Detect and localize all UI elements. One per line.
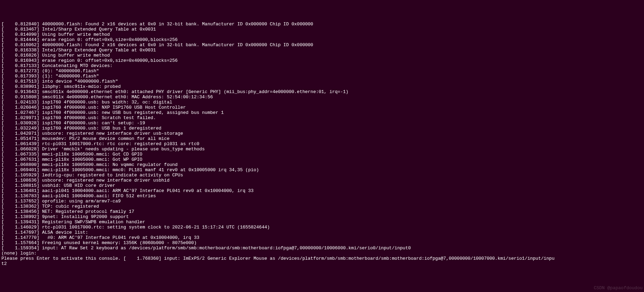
log-line: [ 1.139431] Registering SWP/SWPB emulati…: [1, 219, 643, 225]
log-line: [ 0.812840] 40000000.flash: Found 2 x16 …: [1, 22, 643, 27]
log-line: [ 1.067631] mmci-pl18x 10005000.mmci: Go…: [1, 157, 643, 162]
log-line: [ 1.136783] aaci-pl041 10004000.aaci: FI…: [1, 193, 643, 199]
log-line: [ 1.042071] usbcore: registered new inte…: [1, 131, 643, 136]
log-line: [ 1.105929] ledtrig-cpu: registered to i…: [1, 173, 643, 178]
log-line: [ 1.027467] isp1760 4f000000.usb: new US…: [1, 110, 643, 115]
log-line: [ 1.108815] usbhid: USB HID core driver: [1, 183, 643, 188]
log-line: [ 1.069401] mmci-pl18x 10005000.mmci: mm…: [1, 167, 643, 173]
log-line: [ 1.066028] Driver 'mmcblk' needs updati…: [1, 147, 643, 152]
log-line: [ 1.061439] rtc-pl031 10017000.rtc: rtc …: [1, 141, 643, 147]
log-line: [ 1.108636] usbcore: registered new inte…: [1, 178, 643, 183]
log-line: [ 1.029971] isp1760 4f000000.usb: Scratc…: [1, 115, 643, 120]
log-line: [ 1.137652] oprofile: using arm/armv7-ca…: [1, 199, 643, 204]
log-line: [ 0.816943] erase region 0: offset=0x0,s…: [1, 58, 643, 63]
log-line: [ 0.816062] 40000000.flash: Found 2 x16 …: [1, 42, 643, 48]
log-line: [ 1.026046] isp1760 4f000000.usb: NXP IS…: [1, 105, 643, 110]
log-line: [ 1.032249] isp1760 4f000000.usb: USB bu…: [1, 126, 643, 131]
log-line: Please press Enter to activate this cons…: [1, 256, 643, 261]
log-line: [ 0.838901] libphy: smsc911x-mdio: probe…: [1, 84, 643, 89]
log-line: [ 1.030928] isp1760 4f000000.usb: can't …: [1, 120, 643, 126]
log-line: [ 1.051471] mousedev: PS/2 mouse device …: [1, 136, 643, 141]
log-line: [ 1.147697] ALSA device list:: [1, 230, 643, 235]
log-line: [ 1.157664] Freeing unused kernel memory…: [1, 240, 643, 245]
log-line: [ 0.913643] smsc911x 4e000000.ethernet e…: [1, 89, 643, 94]
log-line: [ 1.147770] #0: ARM AC'97 Interface PL04…: [1, 235, 643, 240]
watermark-text: CSDN @papaofdoudou: [594, 285, 643, 291]
log-line: t2: [1, 261, 643, 266]
log-line: [ 0.817393] (1): "40000000.flash": [1, 74, 643, 79]
log-line: [ 1.024133] isp1760 4f000000.usb: bus wi…: [1, 100, 643, 105]
log-line: [ 1.136481] aaci-pl041 10004000.aaci: AR…: [1, 188, 643, 193]
log-line: [ 0.915808] smsc911x 4e000000.ethernet e…: [1, 94, 643, 100]
log-line: [ 0.814444] erase region 0: offset=0x0,s…: [1, 37, 643, 42]
log-line: [ 1.138362] TCP: cubic registered: [1, 204, 643, 209]
log-line: [ 1.068800] mmci-pl18x 10005000.mmci: No…: [1, 162, 643, 167]
log-line: [ 1.138456] NET: Registered protocol fam…: [1, 209, 643, 214]
log-line: [ 0.816826] Using buffer write method: [1, 53, 643, 58]
log-line: [ 0.816338] Intel/Sharp Extended Query T…: [1, 48, 643, 53]
log-line: [ 0.817513] into device "40000000.flash": [1, 79, 643, 84]
log-line: [ 0.817273] (0): "40000000.flash": [1, 68, 643, 74]
log-line: [ 1.067335] mmci-pl18x 10005000.mmci: Go…: [1, 152, 643, 157]
log-line: [ 0.817133] Concatenating MTD devices:: [1, 63, 643, 68]
log-line: [ 0.813467] Intel/Sharp Extended Query T…: [1, 27, 643, 32]
terminal-output[interactable]: [ 0.812840] 40000000.flash: Found 2 x16 …: [1, 22, 643, 266]
log-line: [ 1.138992] 9pnet: Installing 9P2000 sup…: [1, 214, 643, 219]
log-line: [ 0.814090] Using buffer write method: [1, 32, 643, 37]
log-line: [ 1.146029] rtc-pl031 10017000.rtc: sett…: [1, 225, 643, 230]
log-line: (none) login:: [1, 251, 643, 256]
log-line: [ 1.159354] input: AT Raw Set 2 keyboard…: [1, 245, 643, 251]
